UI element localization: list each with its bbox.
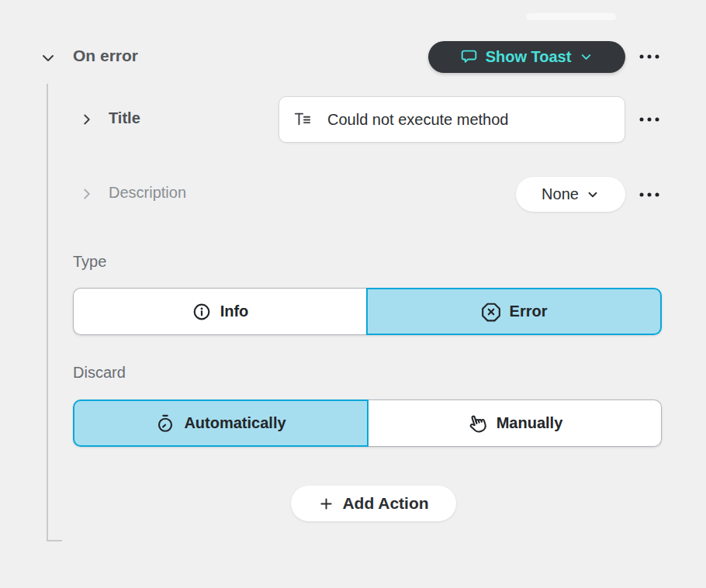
type-option-label: Error bbox=[510, 303, 548, 320]
discard-option-automatically[interactable]: Automatically bbox=[73, 399, 369, 447]
discard-segmented-control: Automatically Manually bbox=[73, 399, 662, 447]
discard-option-label: Manually bbox=[497, 414, 563, 432]
add-action-button[interactable]: Add Action bbox=[291, 486, 456, 521]
speech-bubble-icon bbox=[460, 48, 478, 66]
collapse-chevron-down-icon[interactable] bbox=[39, 49, 57, 67]
title-field-label: Title bbox=[109, 109, 140, 127]
on-error-panel: On error Show Toast Title Description No… bbox=[0, 0, 706, 588]
description-selected-option: None bbox=[542, 185, 579, 203]
type-segmented-control: Info Error bbox=[73, 288, 662, 335]
type-option-label: Info bbox=[220, 303, 249, 320]
tree-connector-line bbox=[47, 84, 62, 541]
action-type-selector-button[interactable]: Show Toast bbox=[428, 41, 625, 73]
stopwatch-icon bbox=[155, 413, 175, 434]
info-circle-icon bbox=[192, 302, 212, 322]
description-expand-chevron-right-icon[interactable] bbox=[78, 185, 95, 202]
plus-icon bbox=[318, 496, 334, 512]
description-field-label: Description bbox=[109, 184, 186, 202]
description-dropdown[interactable]: None bbox=[516, 177, 625, 212]
action-type-label: Show Toast bbox=[486, 48, 572, 66]
chevron-down-icon bbox=[586, 188, 600, 202]
title-expand-chevron-right-icon[interactable] bbox=[78, 111, 95, 128]
discard-section-label: Discard bbox=[73, 364, 126, 382]
title-more-options-button[interactable] bbox=[636, 109, 663, 130]
section-title: On error bbox=[73, 47, 138, 65]
add-action-label: Add Action bbox=[342, 494, 428, 513]
error-octagon-icon bbox=[481, 302, 501, 322]
type-section-label: Type bbox=[73, 253, 106, 271]
discard-option-manually[interactable]: Manually bbox=[369, 399, 662, 447]
chevron-down-icon bbox=[579, 50, 594, 64]
description-more-options-button[interactable] bbox=[636, 185, 663, 205]
hand-finger-icon bbox=[467, 413, 488, 434]
discard-option-label: Automatically bbox=[184, 414, 286, 432]
header-more-options-button[interactable] bbox=[636, 47, 663, 67]
type-option-error[interactable]: Error bbox=[366, 288, 662, 335]
title-input[interactable] bbox=[279, 96, 625, 143]
type-option-info[interactable]: Info bbox=[73, 288, 366, 335]
faint-overlay-strip bbox=[526, 13, 616, 20]
